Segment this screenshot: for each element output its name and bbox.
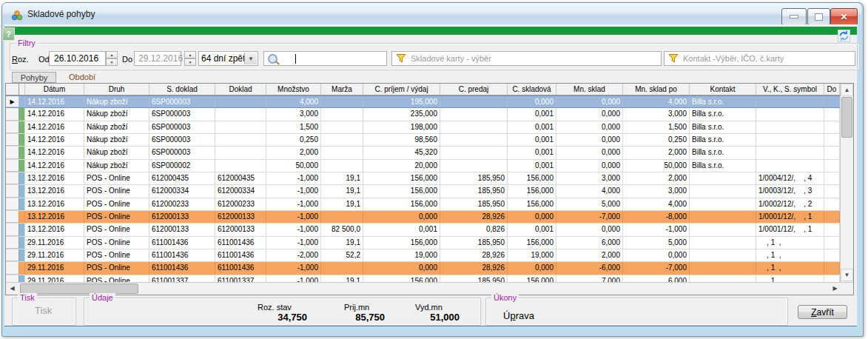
cell-vks: 1/0004/12/, , 4 <box>756 172 824 184</box>
table-row[interactable]: 29.11.2016POS - Online611001337611001337… <box>6 275 853 282</box>
table-row[interactable]: 13.12.2016POS - Online612000435612000435… <box>6 172 853 185</box>
chevron-down-icon[interactable]: ▼ <box>244 53 257 64</box>
cell-vks <box>756 160 824 172</box>
close-button[interactable]: ✕ <box>830 8 858 25</box>
stat-value: 51,000 <box>400 312 460 323</box>
cell-sdoklad: 6SP000003 <box>149 108 215 120</box>
table-row[interactable]: 14.12.2016Nákup zboží6SP0000033,000235,0… <box>6 108 853 121</box>
tisk-button[interactable]: Tisk <box>35 305 52 316</box>
cell-dod <box>824 121 840 133</box>
cell-dod <box>824 96 840 107</box>
horizontal-scroll-thumb[interactable] <box>20 283 138 294</box>
cards-filter-input[interactable]: Skladové karty - výběr <box>391 51 662 66</box>
cell-skladova: 156,000 <box>508 275 556 282</box>
filter-funnel-icon <box>668 53 679 64</box>
cell-prijem: 0,000 <box>363 262 440 274</box>
row-type-strip <box>19 160 25 172</box>
cell-predaj: 0,826 <box>440 224 508 235</box>
table-row[interactable]: 29.11.2016POS - Online611001436611001436… <box>6 237 853 249</box>
cell-kontakt <box>690 198 756 210</box>
column-header-marza[interactable]: Marža <box>321 84 363 95</box>
tisk-group-label: Tisk <box>18 293 37 302</box>
cell-prijem: 156,000 <box>363 172 440 184</box>
table-row[interactable]: 29.11.2016POS - Online611001436611001436… <box>6 262 853 275</box>
cell-doklad: 611001436 <box>215 237 266 249</box>
cell-date: 14.12.2016 <box>25 147 84 158</box>
table-row[interactable]: 14.12.2016Nákup zboží6SP0000032,00045,32… <box>6 147 853 159</box>
column-header-druh[interactable]: Druh <box>84 84 149 95</box>
cell-kontakt <box>690 262 756 274</box>
zavrit-button[interactable]: Zavřít <box>798 305 847 319</box>
date-to-spinner[interactable]: ▲ ▼ <box>184 51 196 66</box>
date-from-spinner[interactable]: ▲ ▼ <box>106 51 118 66</box>
table-row[interactable]: 13.12.2016POS - Online612000133612000133… <box>6 224 853 236</box>
cell-sdoklad: 611001436 <box>149 262 215 274</box>
cell-marza <box>321 160 363 172</box>
column-header-prijem[interactable]: C. príjem / výdaj <box>363 84 440 95</box>
cell-marza: 19,1 <box>321 237 363 249</box>
scroll-right-icon[interactable]: ▶ <box>829 283 841 295</box>
table-row[interactable]: 14.12.2016Nákup zboží6SP00000250,00020,0… <box>6 160 853 172</box>
cell-sdoklad: 612000334 <box>149 185 215 197</box>
cell-date: 29.11.2016 <box>25 262 84 274</box>
cell-sdoklad: 612000133 <box>149 224 215 235</box>
cell-prijem: 156,000 <box>363 237 440 249</box>
cell-mnsklad: 0,000 <box>556 108 623 120</box>
column-header-date[interactable]: Dátum <box>25 84 84 95</box>
cell-dod <box>824 224 840 235</box>
row-marker <box>6 160 19 172</box>
tab-pohyby[interactable]: Pohyby <box>12 72 56 83</box>
column-header-qty[interactable]: Množstvo <box>266 84 321 95</box>
vertical-scrollbar[interactable]: ▲ ▼ <box>840 84 853 282</box>
scroll-left-icon[interactable]: ◀ <box>6 283 18 295</box>
spin-down-icon[interactable]: ▼ <box>106 58 118 66</box>
table-row[interactable]: 14.12.2016Nákup zboží6SP0000031,500198,0… <box>6 121 853 134</box>
cards-filter-placeholder: Skladové karty - výběr <box>411 54 491 63</box>
column-header-kontakt[interactable]: Kontakt <box>690 84 756 95</box>
ukony-groupbox: Úkony Úprava <box>485 298 788 326</box>
date-to-input[interactable]: 29.12.2016 <box>134 51 181 66</box>
refresh-icon[interactable] <box>838 30 850 42</box>
spin-up-icon[interactable]: ▲ <box>106 51 118 58</box>
cell-skladova: 0,001 <box>508 134 556 146</box>
cell-predaj <box>440 147 508 158</box>
search-input[interactable] <box>263 51 387 66</box>
column-header-mnskladpo[interactable]: Mn. sklad po <box>623 84 690 95</box>
cell-kontakt <box>690 224 756 235</box>
scroll-up-icon[interactable]: ▲ <box>841 84 853 96</box>
table-row[interactable]: 13.12.2016POS - Online612000133612000133… <box>6 211 853 224</box>
range-combobox[interactable]: 64 dní zpět ▼ <box>198 51 258 66</box>
column-header-predaj[interactable]: C. predaj <box>440 84 508 95</box>
cell-prijem: 20,000 <box>363 160 440 172</box>
uprava-link[interactable]: Úprava <box>503 310 534 321</box>
scroll-down-icon[interactable]: ▼ <box>841 269 853 281</box>
table-row[interactable]: 29.11.2016POS - Online611001436611001436… <box>6 249 853 262</box>
table-row[interactable]: 14.12.2016Nákup zboží6SP0000030,25098,56… <box>6 134 853 147</box>
column-header-skladova[interactable]: C. skladová <box>508 84 556 95</box>
column-header-dod[interactable]: Do <box>824 84 840 95</box>
table-row[interactable]: 13.12.2016POS - Online612000334612000334… <box>6 185 853 198</box>
column-header-vks[interactable]: V., K., S. symbol <box>756 84 824 95</box>
column-header-doklad[interactable]: Doklad <box>215 84 266 95</box>
table-row[interactable]: 13.12.2016POS - Online612000233612000233… <box>6 198 853 211</box>
tab-obdobi[interactable]: Období <box>69 73 95 81</box>
spin-down-icon[interactable]: ▼ <box>184 58 196 66</box>
date-from-input[interactable]: 26.10.2016 <box>49 51 106 66</box>
cell-qty: 0,250 <box>266 134 321 146</box>
column-header-mnsklad[interactable]: Mn. sklad <box>556 84 623 95</box>
cell-qty: -1,000 <box>266 211 321 223</box>
roz-link[interactable]: Roz. <box>12 55 29 64</box>
row-marker <box>6 185 19 197</box>
spin-up-icon[interactable]: ▲ <box>184 51 196 58</box>
table-row[interactable]: ▶14.12.2016Nákup zboží6SP0000034,000195,… <box>6 95 853 108</box>
maximize-button[interactable] <box>807 8 830 25</box>
column-header-sdoklad[interactable]: S. doklad <box>149 84 215 95</box>
minimize-button[interactable] <box>781 8 807 25</box>
cell-skladova: 0,001 <box>508 224 556 235</box>
cell-predaj: 28,926 <box>440 211 508 223</box>
horizontal-scrollbar[interactable]: ◀ ▶ <box>6 282 853 295</box>
contact-filter-input[interactable]: Kontakt -Výběr, IČO, č.karty <box>664 51 855 66</box>
cell-doklad <box>215 160 266 172</box>
vertical-scroll-thumb[interactable] <box>841 97 852 138</box>
help-button[interactable]: ? <box>2 27 15 41</box>
